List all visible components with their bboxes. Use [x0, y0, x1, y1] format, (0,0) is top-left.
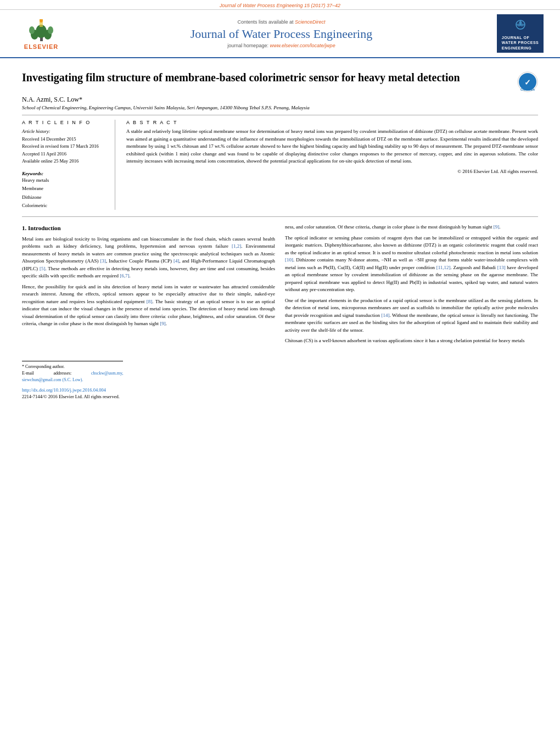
ref-6-7[interactable]: [6,7]	[120, 273, 129, 278]
svg-point-4	[29, 26, 35, 34]
journal-top-bar: Journal of Water Process Engineering 15 …	[0, 0, 560, 10]
ref-13[interactable]: [13]	[497, 265, 506, 270]
affiliation: School of Chemical Engineering, Engineer…	[22, 105, 538, 110]
elsevier-text: ELSEVIER	[24, 43, 58, 50]
wpe-logo-icon	[512, 18, 529, 34]
doi-line[interactable]: http://dx.doi.org/10.1016/j.jwpe.2016.04…	[22, 387, 275, 394]
intro-para5: One of the important elements in the pro…	[285, 297, 538, 334]
keyword-list: Heavy metals Membrane Dithizone Colorime…	[22, 176, 109, 210]
main-journal-title: Journal of Water Process Engineering	[66, 27, 497, 41]
ref-1-2[interactable]: [1,2]	[232, 243, 241, 249]
svg-text:CrossMark: CrossMark	[520, 88, 535, 91]
journal-header: ELSEVIER Contents lists available at Sci…	[0, 10, 560, 58]
abstract-text: A stable and relatively long lifetime op…	[126, 128, 538, 165]
intro-para3: ness, and color saturation. Of these cri…	[285, 224, 538, 231]
section-divider	[22, 216, 538, 217]
ref-9-right[interactable]: [9]	[494, 224, 500, 230]
journal-homepage: journal homepage: www.elsevier.com/locat…	[66, 43, 497, 48]
copyright-line: © 2016 Elsevier Ltd. All rights reserved…	[126, 169, 538, 174]
elsevier-logo: ELSEVIER	[16, 17, 66, 50]
intro-para2: Hence, the possibility for quick and in …	[22, 283, 275, 328]
article-title-text: Investigating film structure of membrane…	[22, 70, 509, 85]
ref-10[interactable]: [10]	[285, 257, 293, 263]
svg-point-5	[48, 26, 53, 34]
body-col-right: ness, and color saturation. Of these cri…	[285, 224, 538, 400]
journal-link[interactable]: Journal of Water Process Engineering 15 …	[220, 3, 340, 8]
ref-3[interactable]: [3]	[100, 258, 106, 264]
body-col-left: 1. Introduction Metal ions are biologica…	[22, 224, 275, 400]
keywords-section: Keywords: Heavy metals Membrane Dithizon…	[22, 171, 109, 210]
body-columns: 1. Introduction Metal ions are biologica…	[22, 224, 538, 400]
contents-line: Contents lists available at ScienceDirec…	[66, 19, 497, 25]
keywords-label: Keywords:	[22, 171, 109, 176]
ref-4[interactable]: [4]	[173, 258, 180, 264]
ref-14[interactable]: [14]	[381, 313, 389, 318]
article-content: Investigating film structure of membrane…	[0, 58, 560, 406]
wpe-logo-box: JOURNAL OF WATER PROCESS ENGINEERING	[497, 14, 544, 53]
svg-text:✓: ✓	[524, 78, 531, 87]
homepage-url[interactable]: www.elsevier.com/locate/jwpe	[270, 43, 335, 48]
crossmark-icon[interactable]: ✓ CrossMark	[517, 71, 538, 92]
intro-para1: Metal ions are biological toxicity to li…	[22, 236, 275, 280]
elsevier-tree-icon	[26, 19, 57, 42]
footnote-text: * Corresponding author. E-mail addresses…	[22, 364, 123, 383]
article-info-row: A R T I C L E I N F O Article history: R…	[22, 115, 538, 210]
intro-para6: Chitosan (CS) is a well-known adsorbent …	[285, 337, 538, 345]
ref-11-12[interactable]: [11,12]	[436, 265, 451, 270]
page: Journal of Water Process Engineering 15 …	[0, 0, 560, 742]
ref-9[interactable]: [9]	[160, 321, 166, 326]
introduction-heading: 1. Introduction	[22, 224, 275, 233]
abstract-heading: A B S T R A C T	[126, 120, 538, 125]
ref-5[interactable]: [5]	[40, 266, 46, 271]
sciencedirect-link[interactable]: ScienceDirect	[295, 19, 326, 25]
journal-title-center: Contents lists available at ScienceDirec…	[66, 19, 497, 48]
copyright-footer: 2214-7144/© 2016 Elsevier Ltd. All right…	[22, 393, 275, 400]
footnote-area: * Corresponding author. E-mail addresses…	[22, 361, 123, 383]
wpe-logo-text: JOURNAL OF WATER PROCESS ENGINEERING	[502, 35, 539, 50]
abstract-section: A B S T R A C T A stable and relatively …	[126, 120, 538, 210]
ref-8[interactable]: [8]	[147, 299, 153, 304]
article-history: Article history: Received 14 December 20…	[22, 128, 109, 165]
intro-para4: The optical indicator or sensing phase c…	[285, 235, 538, 294]
article-info-left: A R T I C L E I N F O Article history: R…	[22, 120, 115, 210]
article-info-heading: A R T I C L E I N F O	[22, 120, 109, 125]
authors: N.A. Azmi, S.C. Low*	[22, 96, 538, 104]
article-title-row: Investigating film structure of membrane…	[22, 70, 538, 92]
